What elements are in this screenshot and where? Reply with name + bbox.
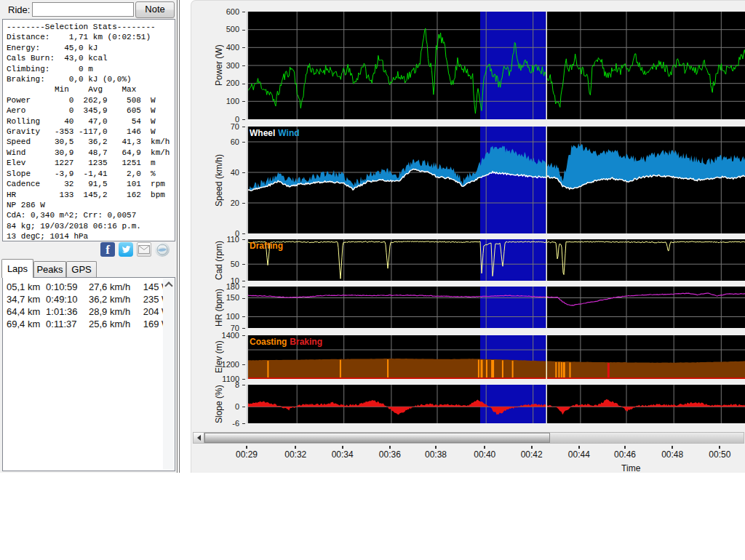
lap-time: 1:01:36 [46, 306, 89, 317]
hr-ytick: 100 [191, 312, 239, 321]
lap-row[interactable]: 34,7 km0:49:1036,2 km/h235 W [3, 293, 175, 305]
time-tick-label: 00:36 [368, 449, 412, 460]
facebook-icon[interactable]: f [100, 242, 115, 257]
laps-rows: 05,1 km0:10:5927,6 km/h145 W34,7 km0:49:… [3, 278, 175, 330]
tab-peaks[interactable]: Peaks [33, 261, 66, 278]
chart-area: Power (W)6005004003002001000Speed (km/h)… [191, 1, 745, 473]
time-tick-label: 00:42 [510, 449, 554, 460]
time-tick-label: 00:29 [225, 449, 268, 460]
stats-line: Gravity -353 -117,0 146 W [7, 127, 175, 137]
lap-dist: 05,1 km [7, 281, 46, 292]
power-ytick-mark [242, 119, 245, 120]
stats-line: Speed 30,5 36,2 41,3 km/h [7, 137, 175, 147]
power-ytick: 100 [191, 97, 239, 105]
lap-row[interactable]: 69,4 km0:11:3725,6 km/h169 W [3, 318, 175, 330]
power-ytick-mark [242, 30, 245, 31]
note-button[interactable]: Note [135, 1, 175, 18]
speed-ytick-mark [242, 127, 245, 127]
cadence-ytick-mark [242, 264, 245, 265]
elevation-legend-item: Braking [290, 337, 322, 347]
slope-ytick: 0 [191, 402, 239, 411]
ride-input[interactable] [32, 2, 134, 17]
lap-time: 0:10:59 [46, 281, 89, 292]
speed-ytick-mark [242, 142, 245, 143]
cadence-chart[interactable] [247, 239, 745, 281]
tab-gps[interactable]: GPS [66, 261, 97, 278]
slope-ytick-mark [242, 385, 245, 385]
time-tick-mark [435, 446, 437, 449]
cadence-legend: Drafting [250, 241, 286, 251]
speed-ytick-mark [242, 203, 245, 204]
laps-list-scrollbar[interactable] [163, 279, 174, 470]
speed-chart[interactable] [247, 127, 745, 233]
stats-line: Power 0 262,9 508 W [7, 95, 175, 105]
lap-speed: 25,6 km/h [89, 319, 143, 329]
chart-h-scrollbar[interactable] [193, 432, 744, 444]
scroll-up-icon[interactable] [164, 281, 172, 289]
elevation-legend-item: Coasting [250, 337, 287, 347]
stats-line: Min Avg Max [7, 84, 175, 95]
time-tick-mark [672, 446, 673, 449]
cadence-legend-item: Drafting [250, 241, 283, 251]
hr-ytick: 150 [191, 293, 239, 302]
lap-row[interactable]: 64,4 km1:01:3628,9 km/h204 W [3, 305, 175, 318]
left-sidebar: Ride: Note --------Selection Stats------… [0, 0, 177, 473]
power-ytick-mark [242, 12, 245, 12]
power-ytick: 200 [191, 79, 239, 87]
cadence-ytick: 50 [191, 260, 239, 268]
selection-stats-box: --------Selection Stats--------Distance:… [2, 19, 175, 241]
power-ytick: 500 [191, 25, 239, 33]
power-chart[interactable] [247, 12, 745, 119]
time-axis-title: Time [621, 463, 640, 473]
time-tick-label: 00:34 [321, 449, 364, 460]
left-arrow-icon [197, 435, 201, 441]
lap-row[interactable]: 05,1 km0:10:5927,6 km/h145 W [3, 281, 175, 293]
speed-ytick: 70 [191, 122, 239, 131]
power-ytick-mark [242, 47, 245, 48]
stats-line: --------Selection Stats-------- [7, 22, 175, 32]
slope-ytick-mark [242, 423, 245, 424]
hr-ytick-mark [242, 316, 245, 317]
lap-dist: 64,4 km [7, 306, 46, 317]
stats-line: Energy: 45,0 kJ [7, 43, 175, 53]
time-tick-mark [531, 446, 533, 449]
email-icon[interactable] [137, 242, 151, 257]
stats-line: Elev 1227 1235 1251 m [7, 158, 175, 168]
google-earth-icon[interactable] [155, 242, 170, 257]
time-tick-mark [246, 446, 247, 449]
elevation-ytick-mark [242, 364, 245, 365]
hr-chart[interactable] [247, 287, 745, 328]
elevation-ytick: 1400 [191, 331, 239, 340]
power-ytick: 300 [191, 61, 239, 70]
scroll-thumb[interactable] [204, 433, 550, 443]
speed-ytick: 40 [191, 168, 239, 177]
lap-time: 0:49:10 [46, 294, 89, 305]
lap-dist: 69,4 km [7, 319, 46, 329]
power-ytick-mark [242, 65, 245, 66]
slope-ytick: 8 [191, 380, 239, 389]
time-tick-mark [295, 446, 296, 449]
tab-laps[interactable]: Laps [1, 259, 33, 278]
power-ytick-mark [242, 84, 245, 84]
twitter-icon[interactable] [119, 242, 133, 257]
cadence-ytick: 110 [191, 235, 239, 244]
hr-ytick-mark [242, 298, 245, 299]
lap-time: 0:11:37 [46, 319, 89, 329]
stats-line: Rolling 40 47,0 54 W [7, 116, 175, 127]
time-tick-label: 00:38 [414, 449, 458, 460]
scroll-left-button[interactable] [194, 433, 204, 443]
globe-icon [156, 244, 168, 255]
speed-legend-item: Wind [278, 128, 299, 138]
speed-ytick: 20 [191, 199, 239, 207]
cadence-ytick-mark [242, 281, 245, 281]
time-tick-label: 00:44 [557, 449, 601, 460]
slope-chart[interactable] [247, 385, 745, 423]
lap-speed: 27,6 km/h [89, 281, 143, 292]
stats-line: Cadence 32 91,5 101 rpm [7, 179, 175, 189]
panel-splitter[interactable] [177, 0, 180, 473]
time-tick-label: 00:46 [603, 449, 647, 460]
hr-ytick: 180 [191, 282, 239, 291]
stats-line: 13 degC; 1014 hPa [7, 231, 175, 241]
stats-line: Wind 30,9 48,7 64,9 km/h [7, 148, 175, 158]
power-ytick: 600 [191, 7, 239, 16]
